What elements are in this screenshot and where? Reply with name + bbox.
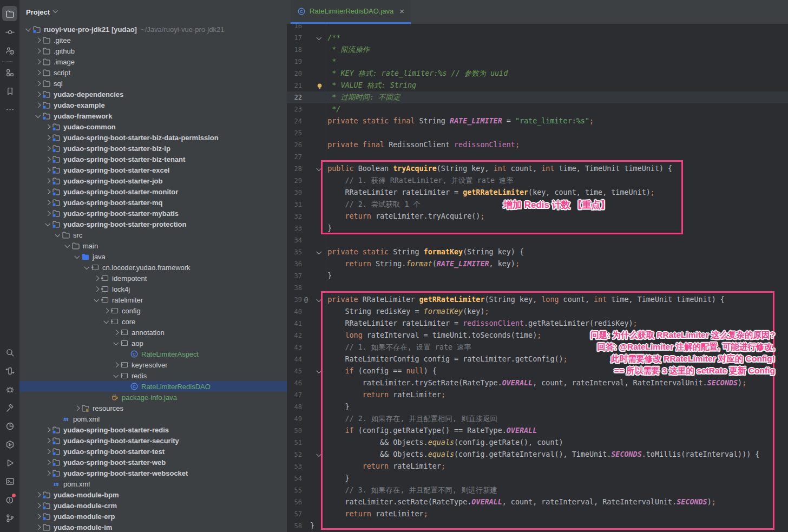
tree-chevron-icon[interactable]	[102, 320, 110, 324]
tree-item--image[interactable]: .image	[19, 56, 287, 67]
tree-chevron-icon[interactable]	[43, 428, 52, 432]
line-number[interactable]: 17	[287, 32, 302, 44]
code-line-50[interactable]: 50 if (config.getRateType() == RateType.…	[287, 425, 788, 437]
tree-chevron-icon[interactable]	[43, 147, 52, 150]
line-number[interactable]: 55	[287, 484, 302, 496]
code-line-54[interactable]: 54 }	[287, 472, 788, 484]
project-panel-header[interactable]: Project	[19, 0, 287, 24]
debug-icon[interactable]	[2, 382, 17, 397]
tree-chevron-icon[interactable]	[24, 28, 32, 31]
tree-item-yudao-spring-boot-starter-websocket[interactable]: yudao-spring-boot-starter-websocket	[19, 468, 287, 478]
code-editor[interactable]: 1617 /**18 * 限流操作19 *20 * KEY 格式: rate_l…	[287, 20, 788, 532]
version-control-icon[interactable]	[2, 510, 17, 526]
tree-chevron-icon[interactable]	[43, 179, 52, 183]
code-line-46[interactable]: 46 rateLimiter.trySetRate(RateType.OVERA…	[287, 377, 788, 389]
code-line-49[interactable]: 49 // 2. 如果存在, 并且配置相同, 则直接返回	[287, 413, 788, 425]
tree-chevron-icon[interactable]	[34, 504, 42, 508]
bookmarks-icon[interactable]	[2, 83, 17, 98]
line-number[interactable]: 32	[287, 211, 302, 222]
code-line-40[interactable]: 40 String redisKey = formatKey(key);	[287, 306, 788, 318]
tree-item-lock4j[interactable]: lock4j	[19, 284, 287, 294]
tree-chevron-icon[interactable]	[53, 233, 62, 237]
tree-item-keyresolver[interactable]: keyresolver	[19, 359, 287, 370]
tree-item-idempotent[interactable]: idempotent	[19, 273, 287, 284]
tree-item-yudao-spring-boot-starter-biz-ip[interactable]: yudao-spring-boot-starter-biz-ip	[19, 143, 287, 154]
tree-item-yudao-spring-boot-starter-excel[interactable]: yudao-spring-boot-starter-excel	[19, 165, 287, 175]
tree-item-yudao-spring-boot-starter-biz-data-permission[interactable]: yudao-spring-boot-starter-biz-data-permi…	[19, 132, 287, 143]
tree-item-yudao-spring-boot-starter-mq[interactable]: yudao-spring-boot-starter-mq	[19, 197, 287, 208]
code-line-37[interactable]: 37 }	[287, 270, 788, 282]
line-number[interactable]: 20	[287, 68, 302, 80]
tree-item-pom-xml[interactable]: mpom.xml	[19, 478, 287, 489]
tree-chevron-icon[interactable]	[111, 374, 120, 378]
code-line-51[interactable]: 51 && Objects.equals(config.getRate(), c…	[287, 437, 788, 449]
line-number[interactable]: 51	[287, 437, 302, 449]
code-line-21[interactable]: 21 * VALUE 格式: String	[287, 80, 788, 91]
line-number[interactable]: 30	[287, 187, 302, 199]
services-icon[interactable]	[2, 437, 17, 452]
tree-item-yudao-module-erp[interactable]: yudao-module-erp	[19, 511, 287, 522]
tree-chevron-icon[interactable]	[34, 114, 42, 118]
line-number[interactable]: 25	[287, 127, 302, 139]
line-number[interactable]: 26	[287, 139, 302, 151]
tree-chevron-icon[interactable]	[34, 515, 42, 518]
line-number[interactable]: 21	[287, 80, 302, 91]
tree-chevron-icon[interactable]	[43, 168, 52, 172]
commit-icon[interactable]	[2, 24, 17, 40]
code-line-24[interactable]: 24 private static final String RATE_LIMI…	[287, 115, 788, 127]
terminal-icon[interactable]	[2, 474, 17, 489]
tree-item-yudao-spring-boot-starter-web[interactable]: yudao-spring-boot-starter-web	[19, 457, 287, 468]
tree-chevron-icon[interactable]	[73, 406, 81, 410]
tree-item-yudao-module-im[interactable]: yudao-module-im	[19, 522, 287, 532]
tree-item-sql[interactable]: sql	[19, 78, 287, 89]
line-number[interactable]: 23	[287, 103, 302, 115]
tree-item-ratelimiteraspect[interactable]: CRateLimiterAspect	[19, 349, 287, 359]
tree-item--github[interactable]: .github	[19, 45, 287, 56]
code-line-53[interactable]: 53 return rateLimiter;	[287, 461, 788, 472]
code-line-39[interactable]: 39@ private RRateLimiter getRRateLimiter…	[287, 294, 788, 306]
tree-chevron-icon[interactable]	[73, 255, 81, 259]
code-line-23[interactable]: 23 */	[287, 103, 788, 115]
line-number[interactable]: 43	[287, 341, 302, 353]
tree-chevron-icon[interactable]	[43, 439, 52, 443]
pull-requests-icon[interactable]	[2, 43, 17, 58]
code-line-38[interactable]: 38	[287, 282, 788, 294]
tree-chevron-icon[interactable]	[34, 38, 42, 42]
line-number[interactable]: 53	[287, 461, 302, 472]
tree-item-yudao-dependencies[interactable]: yudao-dependencies	[19, 89, 287, 100]
tree-chevron-icon[interactable]	[43, 450, 52, 454]
tree-item-yudao-spring-boot-starter-biz-tenant[interactable]: yudao-spring-boot-starter-biz-tenant	[19, 154, 287, 165]
line-number[interactable]: 57	[287, 508, 302, 520]
annotation-gutter-icon[interactable]: @	[304, 294, 308, 306]
tab-ratelimiterredisdao-java[interactable]: C RateLimiterRedisDAO.java ×	[291, 0, 411, 24]
tree-item-yudao-common[interactable]: yudao-common	[19, 121, 287, 132]
line-number[interactable]: 19	[287, 56, 302, 68]
code-line-26[interactable]: 26 private final RedissonClient redisson…	[287, 139, 788, 151]
code-line-56[interactable]: 56 rateLimiter.setRate(RateType.OVERALL,…	[287, 496, 788, 508]
tree-item-package-info-java[interactable]: package-info.java	[19, 392, 287, 403]
code-line-41[interactable]: 41 RRateLimiter rateLimiter = redissonCl…	[287, 318, 788, 330]
code-line-52[interactable]: 52 && Objects.equals(config.getRateInter…	[287, 449, 788, 461]
tree-item-yudao-spring-boot-starter-mybatis[interactable]: yudao-spring-boot-starter-mybatis	[19, 208, 287, 219]
line-number[interactable]: 44	[287, 353, 302, 365]
tree-chevron-icon[interactable]	[34, 103, 42, 107]
tree-item-script[interactable]: script	[19, 67, 287, 78]
code-line-25[interactable]: 25	[287, 127, 788, 139]
tree-chevron-icon[interactable]	[92, 287, 101, 291]
line-number[interactable]: 41	[287, 318, 302, 330]
tree-chevron-icon[interactable]	[43, 471, 52, 475]
tree-item-ratelimiter[interactable]: ratelimiter	[19, 294, 287, 305]
tree-chevron-icon[interactable]	[43, 461, 52, 464]
build-icon[interactable]	[2, 400, 17, 415]
tree-item-src[interactable]: src	[19, 229, 287, 240]
tree-chevron-icon[interactable]	[34, 49, 42, 53]
tree-chevron-icon[interactable]	[43, 157, 52, 161]
tree-chevron-icon[interactable]	[34, 493, 42, 497]
line-number[interactable]: 27	[287, 151, 302, 163]
project-folder-icon[interactable]	[2, 6, 17, 21]
tree-chevron-icon[interactable]	[34, 93, 42, 96]
tree-item-yudao-spring-boot-starter-redis[interactable]: yudao-spring-boot-starter-redis	[19, 424, 287, 435]
code-line-48[interactable]: 48 }	[287, 401, 788, 413]
line-number[interactable]: 54	[287, 472, 302, 484]
code-line-17[interactable]: 17 /**	[287, 32, 788, 44]
